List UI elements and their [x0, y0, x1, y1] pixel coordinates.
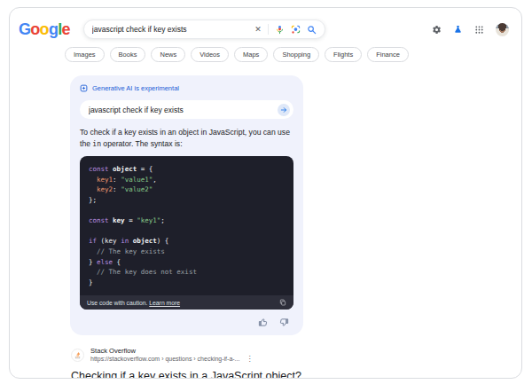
code-line: // The key exists: [89, 247, 285, 257]
learn-more-link[interactable]: Learn more: [149, 300, 180, 306]
settings-gear-icon[interactable]: [432, 25, 442, 35]
labs-flask-icon[interactable]: [453, 25, 463, 35]
search-divider: [268, 24, 269, 35]
microphone-icon[interactable]: [275, 25, 285, 35]
code-line: // The key does not exist: [89, 267, 285, 278]
stackoverflow-favicon: [71, 349, 84, 362]
search-icon[interactable]: [307, 25, 317, 35]
ai-answer-text: To check if a key exists in an object in…: [80, 127, 293, 150]
followup-input-bar: [80, 100, 293, 119]
tab-flights[interactable]: Flights: [325, 47, 362, 62]
code-line: const key = "key1";: [89, 216, 285, 226]
ask-arrow-button[interactable]: [278, 104, 290, 116]
inline-code-in: in: [92, 140, 101, 148]
search-bar: ✕: [83, 20, 325, 39]
tab-finance[interactable]: Finance: [367, 47, 409, 62]
search-result: Stack Overflow https://stackoverflow.com…: [71, 347, 521, 379]
copy-code-icon[interactable]: [279, 299, 286, 306]
followup-input[interactable]: [89, 106, 278, 114]
code-line: }: [89, 278, 285, 288]
profile-avatar[interactable]: [496, 23, 509, 36]
ai-badge: Generative AI is experimental: [80, 84, 293, 92]
code-content: const object = { key1: "value1", key2: "…: [80, 156, 293, 296]
code-line: [89, 205, 285, 216]
thumbs-up-icon[interactable]: [258, 318, 268, 327]
result-url[interactable]: https://stackoverflow.com › questions › …: [90, 356, 239, 364]
ai-badge-label: Generative AI is experimental: [92, 84, 179, 92]
search-input[interactable]: [92, 25, 248, 34]
code-footer: Use code with caution. Learn more: [80, 295, 293, 310]
tab-news[interactable]: News: [151, 47, 185, 62]
search-header: Google ✕: [10, 8, 521, 39]
result-site-name[interactable]: Stack Overflow: [90, 347, 253, 355]
code-block: const object = { key1: "value1", key2: "…: [80, 156, 293, 310]
tab-shopping[interactable]: Shopping: [273, 47, 319, 62]
code-line: const object = {: [89, 164, 285, 175]
tab-maps[interactable]: Maps: [234, 47, 268, 62]
code-line: };: [89, 195, 285, 206]
tab-videos[interactable]: Videos: [191, 47, 229, 62]
more-options-icon[interactable]: ⋮: [246, 356, 253, 363]
generative-ai-icon: [80, 84, 88, 92]
code-line: if (key in object) {: [89, 236, 285, 247]
code-line: key1: "value1",: [89, 175, 285, 185]
header-actions: [432, 23, 509, 36]
browser-frame: Google ✕: [9, 7, 522, 379]
code-line: key2: "value2": [89, 184, 285, 195]
google-logo[interactable]: Google: [19, 21, 70, 37]
tab-images[interactable]: Images: [65, 47, 105, 62]
clear-icon[interactable]: ✕: [254, 25, 262, 34]
thumbs-down-icon[interactable]: [279, 318, 289, 327]
apps-grid-icon[interactable]: [474, 25, 484, 35]
feedback-row: [80, 318, 293, 327]
tab-books[interactable]: Books: [110, 47, 146, 62]
code-line: [89, 226, 285, 237]
code-caution-text: Use code with caution. Learn more: [87, 300, 180, 306]
lens-icon[interactable]: [291, 25, 301, 35]
tab-bar: ImagesBooksNewsVideosMapsShoppingFlights…: [65, 47, 521, 62]
result-header: Stack Overflow https://stackoverflow.com…: [71, 347, 521, 363]
code-line: } else {: [89, 257, 285, 268]
result-meta: Stack Overflow https://stackoverflow.com…: [90, 347, 253, 363]
result-title-link[interactable]: Checking if a key exists in a JavaScript…: [71, 370, 521, 379]
generative-ai-panel: Generative AI is experimental To check i…: [70, 75, 303, 335]
